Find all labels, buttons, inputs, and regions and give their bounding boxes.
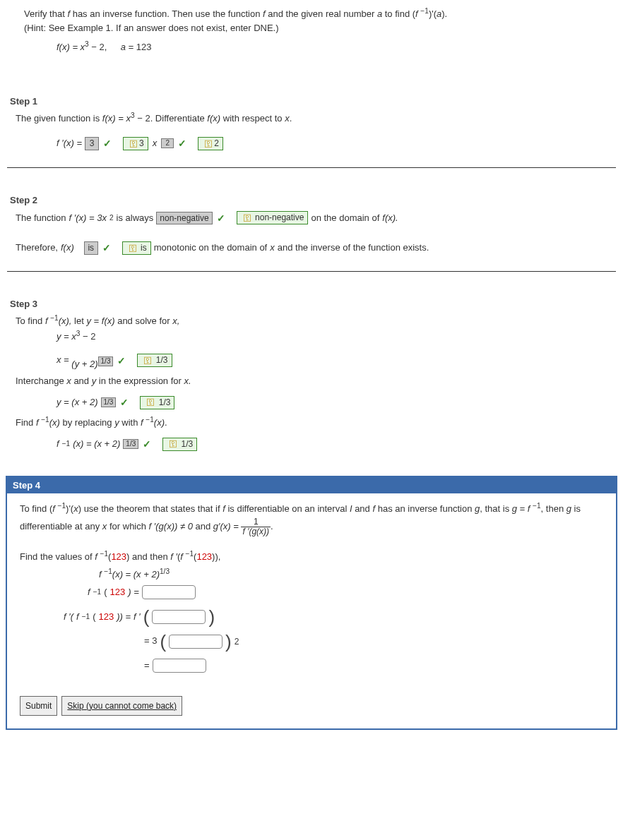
text: and (352, 503, 373, 514)
key-icon: ⚿ (167, 439, 179, 449)
red-a: 123 (196, 551, 212, 562)
correct-13b: ⚿ 1/3 (140, 396, 174, 409)
exp: −1 (420, 7, 429, 15)
text: Verify that (24, 8, 67, 19)
denominator: f ′(g(x)) (241, 527, 271, 536)
text: is always (117, 210, 154, 227)
text: The function (16, 210, 66, 227)
fpg: f ′(g(x)) ≠ 0 (149, 521, 193, 532)
skip-button[interactable]: Skip (you cannot come back) (61, 696, 182, 716)
fx: f(x) = x (102, 113, 131, 124)
key-icon: ⚿ (144, 397, 156, 407)
key-icon: ⚿ (126, 244, 138, 253)
text: Find the values of (20, 551, 95, 562)
check-icon: ✓ (119, 394, 130, 412)
fx: f(x). (382, 210, 398, 227)
text: with respect to (220, 113, 285, 124)
input-final[interactable] (153, 659, 206, 673)
text: has an inverse function. Then use the fu… (70, 8, 263, 19)
eq1-tail: − 2 (80, 331, 95, 342)
fx: f(x) (61, 240, 74, 256)
text: The given function is (16, 113, 102, 124)
rp: )) = (117, 608, 131, 626)
text: and then (129, 551, 170, 562)
yeq2: y = (x + 2) (57, 395, 98, 411)
a-eq: a = (121, 42, 136, 52)
step1-body: The given function is f(x) = x3 − 2. Dif… (0, 111, 623, 161)
check-icon: ✓ (215, 210, 227, 227)
finv-x: (x) = (x + 2) (112, 569, 160, 580)
eq1: y = x (57, 331, 76, 342)
fprime-open: f ′ (134, 608, 141, 626)
red-a: 123 (111, 551, 126, 562)
text: with (119, 417, 141, 428)
problem-statement: Verify that f has an inverse function. T… (0, 6, 623, 59)
step2-header: Step 2 (0, 184, 623, 210)
answer-coef[interactable]: 3 (85, 137, 99, 150)
input-finv123[interactable] (142, 585, 196, 599)
text: has an inverse function (375, 503, 475, 514)
step4-header: Step 4 (7, 477, 616, 493)
text: Find (16, 417, 36, 428)
correct-13c: ⚿ 1/3 (162, 438, 197, 451)
text: monotonic on the domain of (154, 240, 267, 256)
text: to find ( (382, 8, 415, 19)
text: in the expression for (96, 376, 184, 386)
answer-nonneg[interactable]: non-negative (156, 212, 212, 224)
fprime: f ′(x) = 3x (69, 210, 107, 227)
text: and (193, 521, 213, 532)
text: let (71, 316, 86, 326)
hint-text: (Hint: See Example 1. If an answer does … (24, 21, 602, 35)
text: . (165, 417, 167, 428)
rp: ) = (128, 584, 139, 601)
key-icon: ⚿ (202, 139, 214, 149)
text: )'( (66, 503, 73, 514)
a-val: 123 (136, 42, 152, 52)
check-icon: ✓ (101, 239, 112, 257)
lp: ( (104, 584, 107, 601)
eq-3: = 3 (144, 632, 157, 650)
correct-nonneg: ⚿ non-negative (237, 211, 309, 224)
x: x. (184, 376, 191, 386)
finv-exp: −1 (50, 313, 59, 321)
text: is differentiable on an interval (225, 503, 350, 514)
page-root: Verify that f has an inverse function. T… (0, 0, 623, 744)
fprime-label: f ′(x) = (57, 135, 82, 152)
answer-exp[interactable]: 2 (161, 138, 174, 148)
text: , then (541, 503, 566, 514)
submit-button[interactable]: Submit (20, 696, 57, 716)
step3-header: Step 3 (0, 287, 623, 313)
answer-is[interactable]: is (84, 241, 98, 254)
red-a: 123 (110, 584, 126, 601)
finv-eq: (x) = (x + 2) (73, 436, 120, 452)
fraction: 1 f ′(g(x)) (241, 517, 271, 536)
fx-tail: − 2, (89, 42, 107, 52)
exp13: 1/3 (160, 568, 170, 575)
gpx: g′(x) = (213, 521, 242, 532)
text: To find (16, 316, 45, 326)
yeq: y = f(x) (86, 316, 114, 326)
eq-y: y = x3 − 2 (16, 329, 607, 344)
given-function: f(x) = x3 − 2, a = 123 (24, 40, 602, 55)
text: − 2. Differentiate (135, 113, 208, 124)
text: )'( (429, 8, 437, 19)
answer-exp-13c[interactable]: 1/3 (123, 439, 138, 449)
separator (7, 167, 616, 168)
correct-is: ⚿ is (122, 241, 151, 255)
text: on the domain of (311, 210, 379, 227)
text: and the inverse of the function exists. (278, 240, 429, 256)
input-3arg[interactable] (169, 635, 222, 649)
check-icon: ✓ (102, 134, 113, 153)
answer-exp-13a[interactable]: 1/3 (98, 356, 114, 366)
text: and the given real number (266, 8, 377, 19)
answer-exp-13b[interactable]: 1/3 (101, 397, 117, 407)
numerator: 1 (241, 517, 271, 527)
text: , (218, 551, 221, 562)
step2-body: The function f ′(x) = 3x2 is always non-… (0, 210, 623, 265)
key-icon: ⚿ (127, 139, 139, 149)
base: (y + 2) (71, 359, 97, 369)
text: by replacing (60, 417, 114, 428)
input-fprime-arg[interactable] (152, 610, 206, 624)
check-icon: ✓ (177, 134, 188, 153)
x-eq: x = (57, 354, 69, 365)
